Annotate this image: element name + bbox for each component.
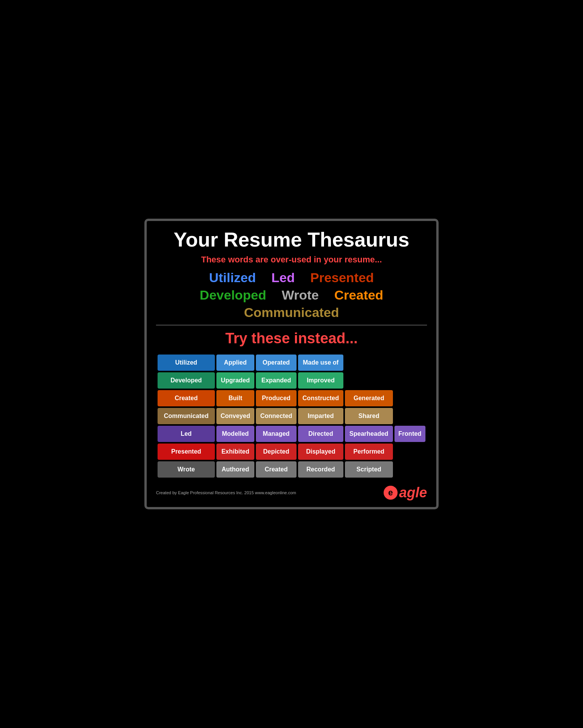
thesaurus-row-created: CreatedBuiltProducedConstructedGenerated — [158, 390, 425, 406]
synonym-communicated-0: Conveyed — [216, 408, 254, 424]
synonym-utilized-1: Operated — [256, 355, 297, 371]
label-utilized: Utilized — [158, 355, 215, 371]
synonym-wrote-0: Authored — [216, 461, 254, 478]
synonym-led-1: Managed — [256, 426, 297, 442]
label-wrote: Wrote — [158, 461, 215, 478]
footer: Created by Eagle Professional Resources … — [156, 485, 427, 501]
synonym-communicated-3: Shared — [345, 408, 393, 424]
synonym-wrote-3: Scripted — [345, 461, 393, 478]
synonym-communicated-1: Connected — [256, 408, 297, 424]
eagle-logo: e agle — [384, 485, 427, 501]
thesaurus-table: UtilizedAppliedOperatedMade use ofDevelo… — [156, 353, 427, 479]
synonym-utilized-2: Made use of — [298, 355, 343, 371]
synonym-presented-1: Depicted — [256, 444, 297, 460]
overused-utilized: Utilized — [209, 270, 256, 285]
synonym-presented-2: Displayed — [298, 444, 343, 460]
synonym-created-1: Produced — [256, 390, 297, 406]
footer-credit: Created by Eagle Professional Resources … — [156, 490, 296, 495]
label-developed: Developed — [158, 372, 215, 389]
overused-wrote: Wrote — [282, 288, 319, 303]
eagle-logo-icon: e — [384, 486, 398, 500]
thesaurus-row-led: LedModelledManagedDirectedSpearheadedFro… — [158, 426, 425, 442]
synonym-led-2: Directed — [298, 426, 343, 442]
synonym-utilized-0: Applied — [216, 355, 254, 371]
synonym-presented-0: Exhibited — [216, 444, 254, 460]
overused-communicated: Communicated — [244, 305, 339, 320]
synonym-created-3: Generated — [345, 390, 393, 406]
main-title: Your Resume Thesaurus — [156, 229, 427, 251]
synonym-created-0: Built — [216, 390, 254, 406]
try-instead-heading: Try these instead... — [156, 330, 427, 347]
synonym-led-3: Spearheaded — [345, 426, 393, 442]
thesaurus-row-developed: DevelopedUpgradedExpandedImproved — [158, 372, 425, 389]
label-presented: Presented — [158, 444, 215, 460]
label-created: Created — [158, 390, 215, 406]
label-led: Led — [158, 426, 215, 442]
synonym-led-0: Modelled — [216, 426, 254, 442]
overused-led: Led — [271, 270, 295, 285]
overused-created: Created — [334, 288, 384, 303]
synonym-wrote-2: Recorded — [298, 461, 343, 478]
synonym-developed-2: Improved — [298, 372, 343, 389]
synonym-developed-0: Upgraded — [216, 372, 254, 389]
label-communicated: Communicated — [158, 408, 215, 424]
thesaurus-row-communicated: CommunicatedConveyedConnectedImpartedSha… — [158, 408, 425, 424]
thesaurus-row-utilized: UtilizedAppliedOperatedMade use of — [158, 355, 425, 371]
thesaurus-row-presented: PresentedExhibitedDepictedDisplayedPerfo… — [158, 444, 425, 460]
synonym-presented-3: Performed — [345, 444, 393, 460]
synonym-developed-1: Expanded — [256, 372, 297, 389]
synonym-wrote-1: Created — [256, 461, 297, 478]
overused-developed: Developed — [200, 288, 266, 303]
eagle-logo-text: agle — [399, 485, 427, 501]
section-divider — [156, 325, 427, 325]
overused-presented: Presented — [310, 270, 374, 285]
subtitle: These words are over-used in your resume… — [156, 255, 427, 265]
overused-words-section: Utilized Led Presented Developed Wrote C… — [156, 270, 427, 320]
synonym-communicated-2: Imparted — [298, 408, 343, 424]
synonym-created-2: Constructed — [298, 390, 343, 406]
synonym-led-4: Fronted — [394, 426, 425, 442]
resume-thesaurus-card: Your Resume Thesaurus These words are ov… — [144, 219, 439, 509]
thesaurus-row-wrote: WroteAuthoredCreatedRecordedScripted — [158, 461, 425, 478]
